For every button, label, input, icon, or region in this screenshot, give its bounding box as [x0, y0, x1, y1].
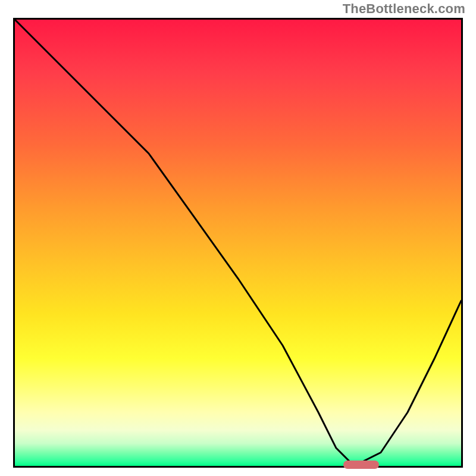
chart-container: TheBottleneck.com: [0, 0, 476, 476]
bottleneck-marker: [343, 461, 379, 469]
line-curve: [15, 20, 461, 466]
plot-area: [13, 18, 463, 468]
watermark-text: TheBottleneck.com: [343, 1, 465, 17]
